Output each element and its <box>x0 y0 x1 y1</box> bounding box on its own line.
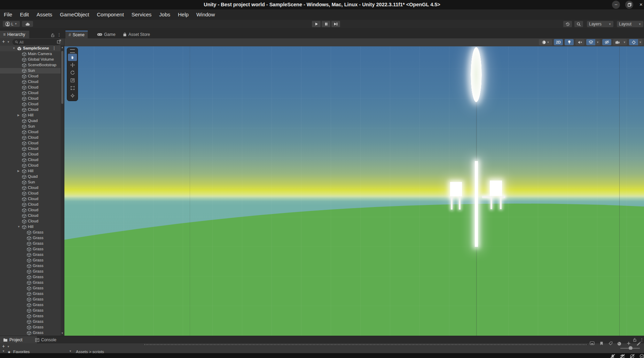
menu-item-assets[interactable]: Assets <box>33 9 56 20</box>
sync-disabled-icon[interactable] <box>629 354 635 358</box>
create-object-button[interactable]: + <box>2 39 5 44</box>
scene-visibility-toggle[interactable] <box>602 39 611 45</box>
close-button[interactable]: × <box>637 1 644 9</box>
label-icon[interactable] <box>608 341 613 345</box>
hierarchy-item-grass[interactable]: Grass <box>0 313 61 319</box>
step-button[interactable] <box>331 21 340 27</box>
layout-dropdown[interactable]: Layout ▼ <box>617 21 643 27</box>
hierarchy-item-cloud[interactable]: Cloud <box>0 74 61 79</box>
hierarchy-item-grass[interactable]: Grass <box>0 302 61 308</box>
hierarchy-item-cloud[interactable]: Cloud <box>0 135 61 140</box>
hierarchy-kebab-icon[interactable]: ⋮ <box>57 32 61 37</box>
scroll-up-icon[interactable]: ▲ <box>61 46 64 48</box>
account-button[interactable]: L ▼ <box>3 21 20 27</box>
hierarchy-item-cloud[interactable]: Cloud <box>0 96 61 101</box>
hierarchy-item-grass[interactable]: Grass <box>0 235 61 241</box>
hierarchy-item-global-volume[interactable]: Global Volume <box>0 57 61 62</box>
undo-history-button[interactable] <box>563 21 572 27</box>
hierarchy-item-cloud[interactable]: Cloud <box>0 202 61 207</box>
menu-item-file[interactable]: File <box>0 9 16 20</box>
hierarchy-scene-header[interactable]: ▼SampleScene⋮ <box>0 46 64 51</box>
hierarchy-item-hill[interactable]: ▼Hill <box>0 224 61 230</box>
scene-camera-settings[interactable] <box>613 39 622 45</box>
hierarchy-item-grass[interactable]: Grass <box>0 285 61 291</box>
hierarchy-item-grass[interactable]: Grass <box>0 258 61 263</box>
expander-icon[interactable]: ▶ <box>17 169 19 173</box>
cloud-services-button[interactable] <box>22 21 33 27</box>
edit-icon[interactable] <box>636 341 641 345</box>
layers-dropdown[interactable]: Layers ▼ <box>587 21 613 27</box>
hierarchy-item-cloud[interactable]: Cloud <box>0 196 61 202</box>
hierarchy-item-grass[interactable]: Grass <box>0 308 61 313</box>
view-hand-tool-button[interactable] <box>68 54 77 61</box>
menu-item-component[interactable]: Component <box>93 9 128 20</box>
hierarchy-item-cloud[interactable]: Cloud <box>0 152 61 157</box>
hierarchy-item-grass[interactable]: Grass <box>0 241 61 246</box>
scene-options-kebab-icon[interactable]: ⋮ <box>52 46 56 51</box>
status-gauge-icon[interactable] <box>617 341 622 346</box>
hierarchy-item-sun[interactable]: Sun <box>0 68 61 74</box>
pause-button[interactable] <box>322 21 330 27</box>
hierarchy-item-grass[interactable]: Grass <box>0 280 61 285</box>
layers-disabled-icon[interactable] <box>620 354 625 358</box>
light-beam-object[interactable] <box>475 161 478 247</box>
hierarchy-item-hill[interactable]: ▶Hill <box>0 168 61 174</box>
hierarchy-item-grass[interactable]: Grass <box>0 291 61 297</box>
hierarchy-item-grass[interactable]: Grass <box>0 274 61 280</box>
tab-scene[interactable]: #Scene <box>65 31 88 38</box>
hierarchy-item-cloud[interactable]: Cloud <box>0 129 61 135</box>
menu-item-edit[interactable]: Edit <box>16 9 33 20</box>
rotate-tool-button[interactable] <box>68 69 77 76</box>
add-asset-icon[interactable] <box>627 341 631 345</box>
search-filter-icon[interactable] <box>57 39 61 44</box>
hierarchy-item-sun[interactable]: Sun <box>0 180 61 185</box>
hierarchy-item-cloud[interactable]: Cloud <box>0 191 61 196</box>
menu-item-jobs[interactable]: Jobs <box>155 9 174 20</box>
expander-icon[interactable]: ▶ <box>17 114 19 117</box>
sun-glow-object[interactable] <box>471 47 482 102</box>
scrollbar-thumb[interactable] <box>61 51 63 104</box>
hierarchy-item-cloud[interactable]: Cloud <box>0 85 61 90</box>
scene-viewport[interactable] <box>64 46 644 336</box>
shading-mode-dropdown[interactable]: ▼ <box>539 39 552 45</box>
hierarchy-item-grass[interactable]: Grass <box>0 252 61 258</box>
hierarchy-item-grass[interactable]: Grass <box>0 230 61 235</box>
search-button[interactable] <box>574 21 583 27</box>
overlay-drag-handle[interactable] <box>70 49 75 53</box>
hierarchy-item-cloud[interactable]: Cloud <box>0 157 61 163</box>
move-tool-button[interactable] <box>68 61 77 69</box>
hierarchy-item-cloud[interactable]: Cloud <box>0 101 61 107</box>
scale-tool-button[interactable] <box>68 77 77 84</box>
hierarchy-item-cloud[interactable]: Cloud <box>0 207 61 213</box>
hierarchy-item-scenebootstrap[interactable]: SceneBootstrap <box>0 62 61 68</box>
expander-icon[interactable]: ▼ <box>2 350 5 353</box>
hierarchy-item-cloud[interactable]: Cloud <box>0 213 61 219</box>
rect-tool-button[interactable] <box>68 84 77 92</box>
hierarchy-search-input[interactable]: All <box>13 39 60 45</box>
hierarchy-item-grass[interactable]: Grass <box>0 263 61 269</box>
hierarchy-item-cloud[interactable]: Cloud <box>0 163 61 168</box>
hierarchy-item-cloud[interactable]: Cloud <box>0 107 61 113</box>
restore-button[interactable] <box>625 1 633 9</box>
hierarchy-scrollbar[interactable]: ▲ ▼ <box>61 45 64 336</box>
hierarchy-item-cloud[interactable]: Cloud <box>0 146 61 152</box>
menu-item-help[interactable]: Help <box>174 9 193 20</box>
gizmos-dropdown[interactable]: ▼ <box>638 39 643 45</box>
hierarchy-item-sun[interactable]: Sun <box>0 124 61 129</box>
tab-project[interactable]: Project <box>0 336 37 344</box>
hierarchy-item-cloud[interactable]: Cloud <box>0 79 61 85</box>
hierarchy-item-quad[interactable]: Quad <box>0 118 61 124</box>
menu-item-window[interactable]: Window <box>193 9 219 20</box>
bookmark-icon[interactable] <box>599 341 604 345</box>
toggle-2d-button[interactable]: 2D <box>554 39 563 45</box>
hierarchy-item-grass[interactable]: Grass <box>0 269 61 274</box>
menu-item-services[interactable]: Services <box>128 9 156 20</box>
hierarchy-item-grass[interactable]: Grass <box>0 246 61 252</box>
hierarchy-item-cloud[interactable]: Cloud <box>0 90 61 96</box>
scene-lighting-toggle[interactable] <box>565 39 574 45</box>
scene-gizmos-toggle[interactable] <box>629 39 638 45</box>
camera-dropdown[interactable]: ▼ <box>622 39 627 45</box>
scene-effects-toggle[interactable] <box>586 39 595 45</box>
tab-console[interactable]: Console <box>32 336 66 344</box>
hierarchy-item-grass[interactable]: Grass <box>0 325 61 330</box>
